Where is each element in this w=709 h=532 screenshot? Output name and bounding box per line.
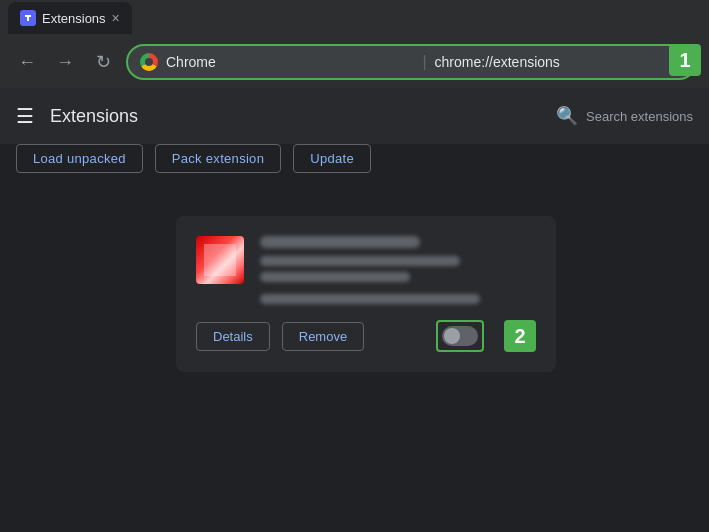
tab-close-button[interactable]: × [112, 10, 120, 26]
extension-id-bar [260, 294, 480, 304]
step-2-label: 2 [504, 320, 536, 352]
search-placeholder: Search extensions [586, 109, 693, 124]
extension-toggle[interactable] [442, 326, 478, 346]
extension-desc-bar-2 [260, 272, 410, 282]
browser-navbar: ← → ↻ Chrome | chrome://extensions [0, 36, 709, 88]
reload-button[interactable]: ↻ [88, 47, 118, 77]
extension-info [260, 236, 536, 304]
address-bar[interactable]: Chrome | chrome://extensions [126, 44, 697, 80]
load-unpacked-button[interactable]: Load unpacked [16, 144, 143, 173]
remove-button[interactable]: Remove [282, 322, 364, 351]
address-separator: | [422, 53, 426, 71]
page-header: ☰ Extensions 🔍 Search extensions [0, 88, 709, 144]
toggle-outline [436, 320, 484, 352]
search-icon: 🔍 [556, 105, 578, 127]
extension-name-bar [260, 236, 420, 248]
toggle-wrapper [436, 320, 484, 352]
browser-tab[interactable]: Extensions × [8, 2, 132, 34]
extension-icon [196, 236, 244, 284]
extension-desc-bar-1 [260, 256, 460, 266]
extension-card-body [196, 236, 536, 304]
back-button[interactable]: ← [12, 47, 42, 77]
pack-extension-button[interactable]: Pack extension [155, 144, 281, 173]
content-area: Details Remove 2 [0, 200, 709, 532]
tab-favicon [20, 10, 36, 26]
hamburger-menu-icon[interactable]: ☰ [16, 104, 34, 128]
toolbar: Load unpacked Pack extension Update [16, 144, 371, 173]
tab-title: Extensions [42, 11, 106, 26]
forward-button[interactable]: → [50, 47, 80, 77]
browser-titlebar: Extensions × [0, 0, 709, 36]
extension-card: Details Remove 2 [176, 216, 556, 372]
chrome-label: Chrome [166, 54, 414, 70]
chrome-icon [140, 53, 158, 71]
toggle-knob [444, 328, 460, 344]
details-button[interactable]: Details [196, 322, 270, 351]
update-button[interactable]: Update [293, 144, 371, 173]
url-text: chrome://extensions [435, 54, 683, 70]
search-bar[interactable]: 🔍 Search extensions [556, 105, 693, 127]
page-title: Extensions [50, 106, 138, 127]
extension-card-footer: Details Remove 2 [196, 320, 536, 352]
step-1-label: 1 [669, 44, 701, 76]
